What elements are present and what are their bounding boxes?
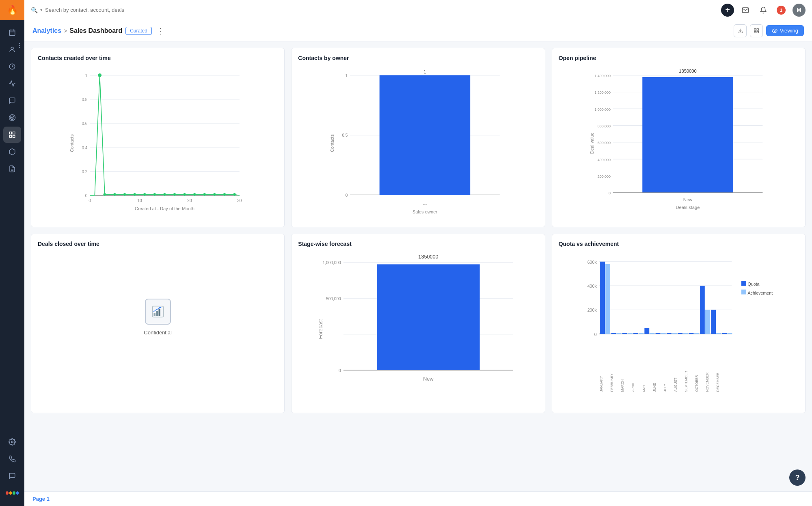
sidebar-item-goals[interactable] bbox=[3, 110, 21, 126]
svg-text:Contacts: Contacts bbox=[330, 134, 335, 152]
svg-rect-87 bbox=[642, 77, 733, 193]
svg-text:1,000,000: 1,000,000 bbox=[594, 108, 611, 112]
svg-text:Created at - Day of the Month: Created at - Day of the Month bbox=[135, 206, 194, 211]
sidebar-item-chat[interactable] bbox=[3, 468, 21, 484]
svg-text:DECEMBER: DECEMBER bbox=[716, 373, 720, 392]
svg-rect-135 bbox=[705, 310, 710, 334]
sidebar-item-calendar[interactable] bbox=[3, 24, 21, 41]
svg-point-43 bbox=[104, 193, 106, 196]
svg-text:800,000: 800,000 bbox=[597, 124, 610, 128]
svg-rect-92 bbox=[153, 313, 155, 316]
svg-text:200k: 200k bbox=[587, 308, 597, 312]
layout-button[interactable] bbox=[750, 24, 763, 37]
sidebar-item-settings[interactable] bbox=[3, 434, 21, 450]
mail-icon[interactable] bbox=[739, 4, 752, 17]
search-bar[interactable]: 🔍 ▾ bbox=[31, 7, 193, 13]
avatar[interactable]: M bbox=[793, 4, 806, 17]
download-button[interactable] bbox=[734, 24, 747, 37]
svg-text:20: 20 bbox=[187, 198, 192, 203]
charts-row-2: Deals closed over time Confidential bbox=[31, 234, 806, 413]
svg-text:1350000: 1350000 bbox=[419, 254, 438, 260]
svg-rect-9 bbox=[9, 132, 11, 134]
svg-rect-11 bbox=[9, 136, 11, 138]
svg-text:500,000: 500,000 bbox=[326, 297, 341, 301]
svg-rect-119 bbox=[616, 333, 621, 334]
svg-rect-126 bbox=[655, 333, 660, 334]
svg-text:New: New bbox=[423, 376, 434, 382]
svg-rect-10 bbox=[13, 132, 15, 134]
contacts-over-time-chart: Contacts 1 0.8 0.6 0.4 0.2 bbox=[38, 66, 278, 220]
svg-text:New: New bbox=[683, 197, 693, 202]
analytics-breadcrumb[interactable]: Analytics bbox=[32, 27, 61, 34]
svg-rect-131 bbox=[683, 333, 688, 334]
svg-text:10: 10 bbox=[137, 198, 142, 203]
confidential-icon bbox=[145, 299, 171, 325]
svg-text:1: 1 bbox=[424, 69, 426, 74]
svg-text:APRIL: APRIL bbox=[631, 382, 635, 392]
curated-badge[interactable]: Curated bbox=[125, 27, 152, 35]
svg-rect-20 bbox=[757, 31, 758, 33]
notification-count: 1 bbox=[777, 6, 786, 15]
dashboard-title: Sales Dashboard bbox=[69, 27, 122, 34]
stage-wise-forecast-chart: Forecast 1,000,000 500,000 0 1350000 bbox=[298, 252, 538, 406]
svg-text:1,000,000: 1,000,000 bbox=[323, 261, 341, 265]
alert-badge[interactable]: 1 bbox=[775, 4, 788, 17]
svg-text:Quota: Quota bbox=[747, 282, 759, 286]
svg-rect-139 bbox=[727, 333, 732, 334]
svg-text:1,200,000: 1,200,000 bbox=[594, 90, 611, 95]
search-chevron[interactable]: ▾ bbox=[40, 7, 43, 13]
sidebar-item-apps[interactable] bbox=[3, 485, 21, 501]
help-button[interactable]: ? bbox=[789, 469, 806, 486]
stage-wise-forecast-card: Stage-wise forecast Forecast 1,000,000 5… bbox=[291, 234, 545, 413]
svg-point-4 bbox=[11, 47, 13, 50]
svg-point-55 bbox=[223, 193, 226, 196]
search-input[interactable] bbox=[45, 7, 143, 13]
svg-text:Deal value: Deal value bbox=[589, 133, 594, 154]
svg-text:Contacts: Contacts bbox=[69, 134, 74, 152]
svg-text:AUGUST: AUGUST bbox=[674, 378, 678, 392]
add-button[interactable]: + bbox=[721, 4, 734, 17]
sidebar-item-products[interactable] bbox=[3, 144, 21, 160]
open-pipeline-card: Open pipeline Deal value 1 bbox=[552, 48, 806, 227]
svg-rect-0 bbox=[9, 30, 15, 36]
more-menu-button[interactable]: ⋮ bbox=[157, 26, 165, 36]
svg-point-47 bbox=[143, 193, 146, 196]
svg-rect-12 bbox=[13, 136, 15, 138]
svg-point-50 bbox=[173, 193, 176, 196]
sidebar-logo[interactable]: 🔥 bbox=[0, 0, 24, 20]
stage-wise-forecast-title: Stage-wise forecast bbox=[298, 241, 538, 247]
sidebar-item-reports[interactable] bbox=[3, 161, 21, 177]
svg-point-44 bbox=[113, 193, 116, 196]
svg-text:OCTOBER: OCTOBER bbox=[695, 375, 699, 392]
svg-text:SEPTEMBER: SEPTEMBER bbox=[684, 371, 688, 392]
notification-icon[interactable] bbox=[757, 4, 770, 17]
sidebar-item-dashboard[interactable] bbox=[3, 127, 21, 143]
svg-rect-17 bbox=[754, 28, 756, 30]
bottom-strip: Page 1 bbox=[24, 491, 812, 506]
open-pipeline-title: Open pipeline bbox=[559, 55, 799, 61]
svg-text:MAY: MAY bbox=[641, 385, 646, 392]
svg-text:0: 0 bbox=[85, 194, 88, 198]
sidebar-item-analytics[interactable] bbox=[3, 75, 21, 92]
header-actions: Viewing bbox=[734, 24, 804, 37]
sidebar-item-deals[interactable] bbox=[3, 58, 21, 75]
viewing-button[interactable]: Viewing bbox=[766, 25, 804, 36]
svg-text:MARCH: MARCH bbox=[620, 379, 624, 392]
svg-text:0: 0 bbox=[609, 191, 611, 195]
deals-closed-card: Deals closed over time Confidential bbox=[31, 234, 285, 413]
sidebar-bottom bbox=[3, 434, 21, 506]
main-content: 🔍 ▾ + 1 M Analytics > Sales Dashboard bbox=[24, 0, 812, 506]
svg-rect-118 bbox=[611, 333, 616, 334]
sidebar-item-phone[interactable] bbox=[3, 451, 21, 467]
page-header: Analytics > Sales Dashboard Curated ⋮ Vi… bbox=[24, 20, 812, 41]
sidebar-item-conversations[interactable] bbox=[3, 93, 21, 109]
svg-rect-133 bbox=[694, 333, 699, 334]
sidebar-item-contacts[interactable] bbox=[3, 41, 21, 58]
topnav-actions: + 1 M bbox=[721, 4, 806, 17]
svg-text:0.6: 0.6 bbox=[82, 121, 87, 126]
svg-text:0.2: 0.2 bbox=[82, 170, 87, 174]
svg-text:JUNE: JUNE bbox=[652, 383, 656, 392]
quota-vs-achievement-card: Quota vs achievement 600k 400k 200k 0 bbox=[552, 234, 806, 413]
svg-text:0.8: 0.8 bbox=[82, 97, 87, 102]
svg-text:NOVEMBER: NOVEMBER bbox=[705, 373, 709, 392]
